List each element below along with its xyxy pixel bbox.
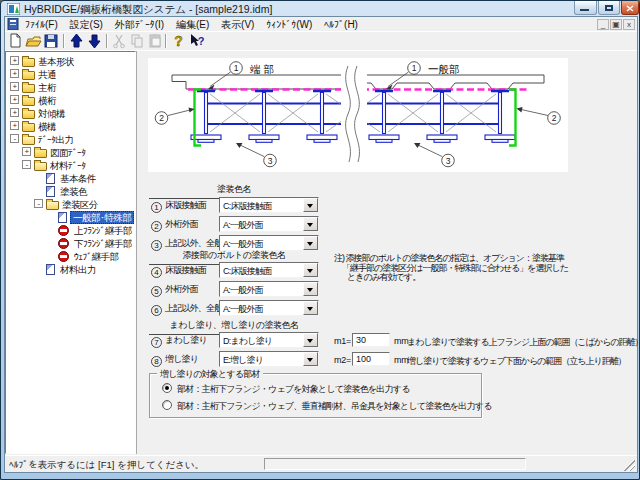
tree-item-cross-girder[interactable]: +横桁 — [6, 94, 135, 107]
context-help-button[interactable]: ? — [188, 33, 205, 49]
tree-item-material-data[interactable]: -材料ﾃﾞｰﾀ — [6, 159, 135, 172]
marker-2: 2 — [159, 113, 164, 123]
title-bar[interactable]: HyBRIDGE/鋼板桁橋製図システム - [sample219.idm] — [1, 1, 640, 16]
menu-file[interactable]: ﾌｧｲﾙ(F) — [25, 19, 58, 30]
chevron-down-icon — [307, 269, 313, 276]
maximize-icon — [605, 5, 613, 11]
mdi-minimize-button[interactable]: _ — [597, 19, 609, 30]
tree-item-sway-bracing[interactable]: +対傾構 — [6, 107, 135, 120]
radio-member-option-2[interactable] — [162, 400, 172, 410]
field-label: まわし塗り — [165, 335, 207, 345]
status-pane — [264, 458, 526, 470]
new-file-button[interactable] — [7, 33, 24, 49]
navigation-tree: +基本形状 +共通 +主桁 +横桁 +対傾構 +横構 -ﾃﾞｰﾀ出力 +図面ﾃﾞ… — [5, 51, 136, 454]
copy-button[interactable] — [129, 33, 146, 49]
field-label: 増し塗り — [165, 354, 198, 364]
help-button[interactable]: ? — [170, 33, 187, 49]
label-general-section: 一般部 — [428, 63, 460, 75]
dropdown-button[interactable] — [303, 198, 318, 212]
param-label: m2= — [334, 355, 351, 365]
menu-bar: ﾌｧｲﾙ(F) 設定(S) 外部ﾃﾞｰﾀ(I) 編集(E) 表示(V) ｳｨﾝﾄ… — [5, 18, 637, 31]
combo-bolt-other-general[interactable]: A:一般外面 — [219, 300, 319, 316]
status-message: ﾍﾙﾌﾟを表示するには [F1] を押してください。 — [9, 459, 204, 472]
no-output-icon — [58, 225, 69, 236]
menu-help[interactable]: ﾍﾙﾌﾟ(H) — [324, 19, 358, 30]
folder-icon — [22, 71, 35, 80]
close-button[interactable] — [621, 1, 639, 15]
tree-item-basic-conditions[interactable]: 基本条件 — [6, 172, 135, 185]
tree-item-paint-color[interactable]: 塗装色 — [6, 185, 135, 198]
marker-3: 3 — [446, 156, 451, 166]
paste-button[interactable] — [147, 33, 164, 49]
tree-item-paint-category[interactable]: -塗装区分 — [6, 198, 135, 211]
m2-input[interactable]: 100 — [352, 352, 390, 366]
dropdown-button[interactable] — [303, 263, 318, 277]
tree-item-lower-flange-joint[interactable]: 下ﾌﾗﾝｼﾞ継手部 — [6, 237, 135, 250]
marker-2: 2 — [552, 113, 557, 123]
combo-outer-girder[interactable]: A:一般外面 — [219, 216, 319, 232]
mdi-restore-button[interactable]: ▣ — [610, 19, 622, 30]
combo-slab-contact[interactable]: C:床版接触面 — [219, 197, 319, 213]
marker-1: 1 — [412, 63, 417, 73]
tree-item-basic-shape[interactable]: +基本形状 — [6, 55, 135, 68]
menu-window[interactable]: ｳｨﾝﾄﾞｳ(W) — [266, 19, 312, 30]
marker-3: 3 — [268, 156, 273, 166]
dropdown-button[interactable] — [303, 352, 318, 366]
folder-icon — [34, 149, 47, 158]
tree-item-upper-flange-joint[interactable]: 上ﾌﾗﾝｼﾞ継手部 — [6, 224, 135, 237]
cut-button[interactable] — [111, 33, 128, 49]
tree-item-main-girder[interactable]: +主桁 — [6, 81, 135, 94]
chevron-down-icon — [307, 339, 313, 346]
tree-item-web-joint[interactable]: ｳｪﾌﾞ継手部 — [6, 250, 135, 263]
dropdown-button[interactable] — [303, 333, 318, 347]
dropdown-button[interactable] — [303, 282, 318, 296]
tree-item-material-output[interactable]: 材料出力 — [6, 263, 135, 276]
radio-member-option-1[interactable] — [162, 383, 172, 393]
status-bar: ﾍﾙﾌﾟを表示するには [F1] を押してください。 — [5, 457, 637, 472]
folder-open-icon — [46, 201, 59, 210]
no-output-icon — [58, 251, 69, 262]
param-description: 増し塗りで塗装するウェブ下面からの範囲（立ち上り距離） — [407, 355, 626, 368]
combo-bolt-slab-contact[interactable]: C:床版接触面 — [219, 262, 319, 278]
m1-input[interactable]: 30 — [352, 333, 390, 347]
tree-item-data-output[interactable]: -ﾃﾞｰﾀ出力 — [6, 133, 135, 146]
field-label: 上記以外、全般 — [165, 238, 222, 248]
menu-view[interactable]: 表示(V) — [221, 18, 254, 32]
resize-grip[interactable] — [623, 459, 635, 471]
field-label: 床版接触面 — [165, 265, 206, 275]
folder-open-icon — [22, 136, 35, 145]
combo-mawashi-nuri[interactable]: D:まわし塗り — [219, 332, 319, 348]
toolbar: ? ? — [5, 33, 637, 50]
menu-settings[interactable]: 設定(S) — [70, 18, 103, 32]
bolt-paint-note: 注) 添接部のボルトの塗装色名の指定は、オプション：塗装基準 「継手部の塗装区分… — [334, 254, 568, 283]
maximize-button[interactable] — [598, 1, 620, 15]
dropdown-button[interactable] — [303, 301, 318, 315]
move-down-button[interactable] — [86, 33, 103, 49]
marker-1: 1 — [234, 63, 239, 73]
menu-edit[interactable]: 編集(E) — [176, 18, 209, 32]
field-label: 上記以外、全般 — [165, 303, 222, 313]
move-up-button[interactable] — [68, 33, 85, 49]
menu-external-data[interactable]: 外部ﾃﾞｰﾀ(I) — [115, 18, 164, 32]
window-title: HyBRIDGE/鋼板桁橋製図システム - [sample219.idm] — [24, 3, 272, 17]
close-icon — [622, 2, 638, 15]
save-button[interactable] — [43, 33, 60, 49]
folder-open-icon — [34, 162, 47, 171]
tree-item-drawing-data[interactable]: +図面ﾃﾞｰﾀ — [6, 146, 135, 159]
chevron-down-icon — [307, 204, 313, 211]
minimize-button[interactable] — [574, 1, 597, 15]
combo-mashi-nuri[interactable]: E:増し塗り — [219, 351, 319, 367]
chevron-down-icon — [307, 288, 313, 295]
field-label: 床版接触面 — [165, 200, 206, 210]
document-icon — [46, 264, 55, 275]
tree-item-common[interactable]: +共通 — [6, 68, 135, 81]
param-label: m1= — [334, 336, 351, 346]
dropdown-button[interactable] — [303, 217, 318, 231]
dropdown-button[interactable] — [303, 236, 318, 250]
tree-item-lateral-bracing[interactable]: +横構 — [6, 120, 135, 133]
tree-item-general-special[interactable]: 一般部･特殊部 — [6, 211, 135, 224]
open-file-button[interactable] — [25, 33, 42, 49]
combo-bolt-outer-girder[interactable]: A:一般外面 — [219, 281, 319, 297]
mdi-close-button[interactable]: x — [623, 19, 635, 30]
app-icon — [7, 3, 20, 15]
